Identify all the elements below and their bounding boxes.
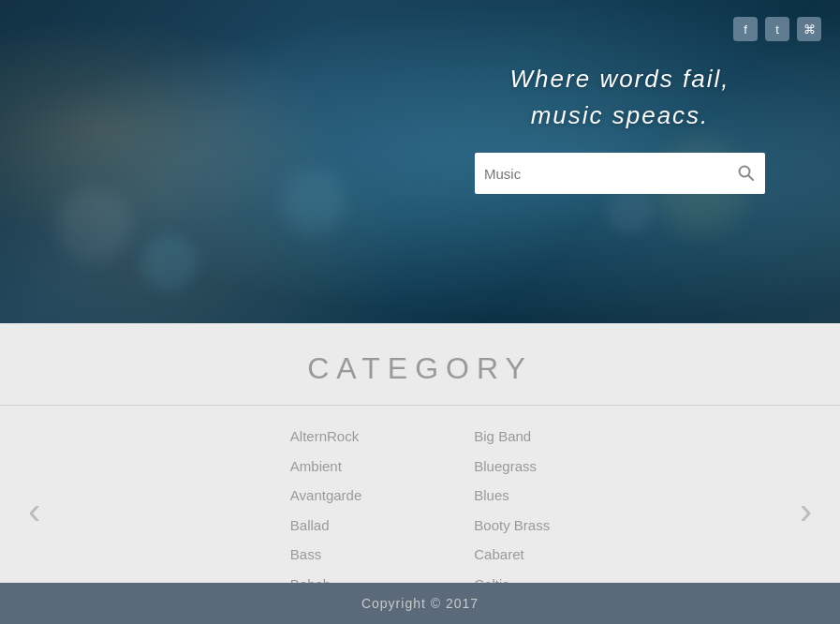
category-columns: AlternRock Ambient Avantgarde Ballad Bas… bbox=[68, 424, 771, 596]
list-item[interactable]: Ballad bbox=[290, 513, 361, 538]
category-col-1: AlternRock Ambient Avantgarde Ballad Bas… bbox=[290, 424, 361, 596]
twitter-icon[interactable]: t bbox=[765, 17, 789, 41]
list-item[interactable]: Bass bbox=[290, 542, 361, 567]
list-item[interactable]: AlternRock bbox=[290, 424, 361, 449]
footer: Copyright © 2017 bbox=[0, 583, 840, 624]
list-item[interactable]: Avantgarde bbox=[290, 483, 361, 508]
list-item[interactable]: Booty Brass bbox=[474, 513, 550, 538]
bokeh-4 bbox=[606, 187, 653, 234]
prev-arrow[interactable]: ‹ bbox=[0, 492, 68, 529]
social-bar: f t ⌘ bbox=[733, 17, 821, 41]
search-button[interactable] bbox=[737, 164, 756, 183]
list-item[interactable]: Big Band bbox=[474, 424, 550, 449]
tagline-line1: Where words fail, bbox=[475, 61, 765, 97]
svg-line-1 bbox=[748, 175, 753, 180]
rss-icon[interactable]: ⌘ bbox=[797, 17, 821, 41]
search-input[interactable] bbox=[484, 166, 737, 182]
next-arrow[interactable]: › bbox=[772, 492, 840, 529]
guitar-background bbox=[0, 0, 504, 323]
list-item[interactable]: Bluegrass bbox=[474, 454, 550, 479]
hero-content: Where words fail, music speacs. bbox=[475, 61, 765, 194]
copyright-text: Copyright © 2017 bbox=[361, 596, 479, 611]
category-col-2: Big Band Bluegrass Blues Booty Brass Cab… bbox=[474, 424, 550, 596]
list-item[interactable]: Blues bbox=[474, 483, 550, 508]
search-bar[interactable] bbox=[475, 153, 765, 194]
bokeh-2 bbox=[140, 234, 197, 290]
facebook-icon[interactable]: f bbox=[733, 17, 758, 41]
bokeh-5 bbox=[281, 169, 346, 234]
category-title: CATEGORY bbox=[0, 351, 840, 386]
list-item[interactable]: Ambient bbox=[290, 454, 361, 479]
search-icon bbox=[737, 164, 756, 183]
bokeh-1 bbox=[56, 187, 131, 262]
hero-section: f t ⌘ Where words fail, music speacs. bbox=[0, 0, 840, 323]
tagline-line2: music speacs. bbox=[475, 97, 765, 134]
list-item[interactable]: Cabaret bbox=[474, 542, 550, 567]
hero-tagline: Where words fail, music speacs. bbox=[475, 61, 765, 134]
category-section: CATEGORY ‹ AlternRock Ambient Avantgarde… bbox=[0, 323, 840, 624]
